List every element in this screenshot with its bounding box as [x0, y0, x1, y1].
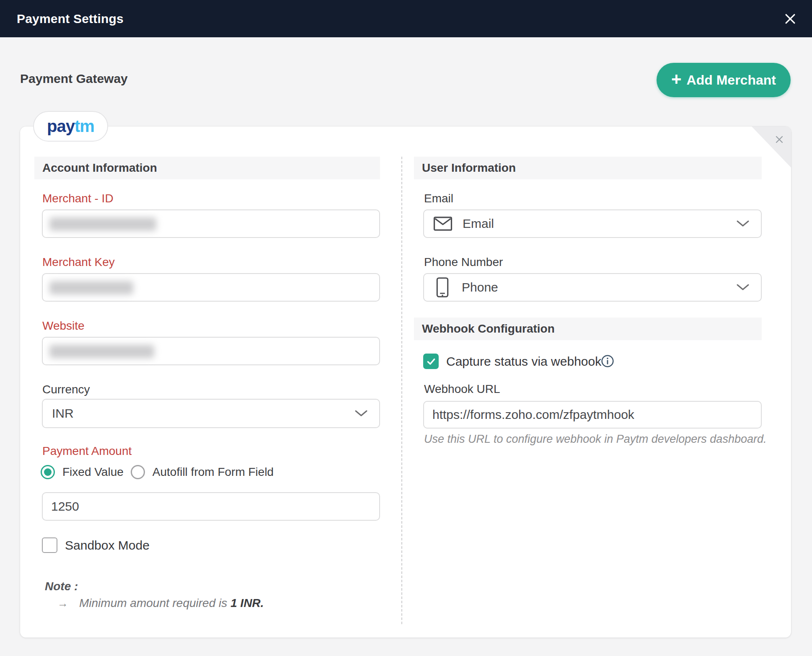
- capture-status-checkbox[interactable]: [423, 354, 439, 369]
- merchant-key-input[interactable]: [42, 273, 380, 302]
- email-selected-value: Email: [463, 217, 494, 231]
- capture-status-label[interactable]: Capture status via webhook: [446, 354, 601, 369]
- phone-selected-value: Phone: [462, 280, 498, 294]
- note-text: Minimum amount required is: [79, 597, 227, 610]
- note-title: Note :: [45, 580, 78, 593]
- modal-title: Payment Settings: [17, 12, 124, 26]
- payment-amount-input[interactable]: 1250: [42, 492, 380, 521]
- webhook-url-value: https://forms.zoho.com/zfpaytmhook: [432, 408, 634, 422]
- webhook-url-label: Webhook URL: [424, 381, 500, 398]
- payment-settings-modal: Payment Settings Payment Gateway + Add M…: [0, 0, 812, 656]
- page-title: Payment Gateway: [20, 72, 128, 86]
- remove-gateway-button[interactable]: [773, 133, 786, 146]
- modal-close-button[interactable]: [783, 11, 798, 26]
- chevron-down-icon: [736, 283, 750, 292]
- account-information-section-header: Account Information: [34, 157, 380, 179]
- plus-icon: +: [671, 70, 682, 88]
- arrow-right-icon: →: [57, 597, 68, 610]
- phone-number-label: Phone Number: [424, 254, 503, 271]
- info-icon: [601, 354, 614, 368]
- masked-merchant-key-value: [49, 281, 133, 294]
- autofill-radio[interactable]: [131, 465, 145, 479]
- fixed-value-radio[interactable]: [41, 465, 55, 479]
- autofill-radio-label[interactable]: Autofill from Form Field: [153, 465, 274, 479]
- website-label: Website: [42, 318, 85, 334]
- paytm-gateway-card: Account Information Merchant - ID Mercha…: [20, 127, 791, 638]
- merchant-id-label: Merchant - ID: [42, 190, 114, 207]
- email-label: Email: [424, 190, 453, 207]
- mail-icon: [433, 216, 453, 231]
- column-divider: [401, 157, 402, 624]
- note-item: → Minimum amount required is 1 INR.: [57, 597, 264, 610]
- webhook-info-button[interactable]: [601, 354, 614, 368]
- masked-merchant-id-value: [49, 217, 156, 231]
- website-input[interactable]: [42, 337, 380, 365]
- phone-icon: [436, 277, 449, 298]
- user-information-section-header: User Information: [414, 157, 762, 179]
- payment-amount-radio-group: Fixed Value Autofill from Form Field: [41, 465, 281, 479]
- fixed-value-radio-label[interactable]: Fixed Value: [62, 465, 124, 479]
- email-field-select[interactable]: Email: [423, 209, 762, 238]
- close-icon: [774, 134, 784, 145]
- sandbox-mode-row: Sandbox Mode: [42, 537, 150, 553]
- sandbox-mode-label[interactable]: Sandbox Mode: [65, 538, 150, 553]
- chevron-down-icon: [736, 220, 750, 228]
- merchant-id-input[interactable]: [42, 209, 380, 238]
- webhook-url-input[interactable]: https://forms.zoho.com/zfpaytmhook: [423, 401, 762, 429]
- add-merchant-label: Add Merchant: [687, 72, 776, 88]
- payment-amount-label: Payment Amount: [42, 443, 132, 460]
- masked-website-value: [49, 345, 154, 358]
- currency-value: INR: [52, 406, 74, 421]
- webhook-url-helper: Use this URL to configure webhook in Pay…: [424, 433, 766, 446]
- currency-select[interactable]: INR: [42, 399, 380, 428]
- payment-amount-value: 1250: [51, 499, 79, 514]
- capture-status-row: Capture status via webhook: [423, 354, 601, 369]
- tab-paytm[interactable]: paytm: [33, 111, 108, 142]
- phone-field-select[interactable]: Phone: [423, 273, 762, 302]
- webhook-configuration-section-header: Webhook Configuration: [414, 318, 762, 340]
- sandbox-mode-checkbox[interactable]: [42, 537, 57, 553]
- add-merchant-button[interactable]: + Add Merchant: [657, 63, 791, 97]
- note-strong: 1 INR.: [230, 597, 264, 610]
- chevron-down-icon: [354, 409, 368, 418]
- paytm-logo: paytm: [47, 117, 94, 136]
- merchant-key-label: Merchant Key: [42, 254, 115, 271]
- currency-label: Currency: [42, 381, 90, 398]
- modal-header: Payment Settings: [0, 0, 812, 37]
- close-icon: [783, 12, 797, 26]
